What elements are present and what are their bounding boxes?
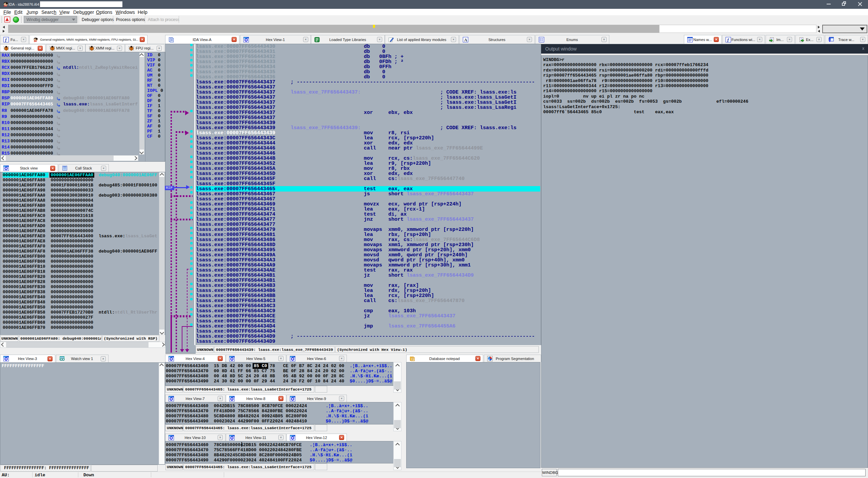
svg-text:A: A — [464, 37, 467, 42]
svg-text:64: 64 — [34, 40, 37, 42]
svg-text:64: 64 — [4, 4, 7, 7]
